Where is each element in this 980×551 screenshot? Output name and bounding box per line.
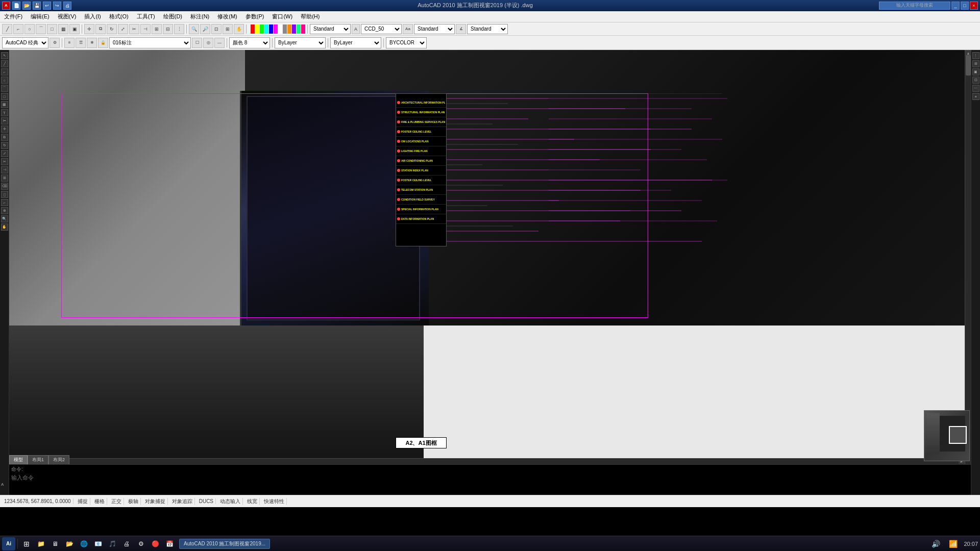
arc-icon[interactable]: ⌒ [1,85,8,92]
lw-status[interactable]: 线宽 [245,498,260,505]
zoom-in-tool[interactable]: 🔍 [189,24,199,34]
annotate-style-dropdown[interactable]: Standard [310,24,351,34]
line-tool[interactable]: ╱ [2,24,12,34]
layout1-tab[interactable]: 布局1 [28,455,48,464]
layer-color-icon[interactable]: ◎ [203,38,213,48]
circle-tool[interactable]: ○ [24,24,35,34]
explode-icon[interactable]: ⊕ [1,207,8,214]
layer-properties-icon[interactable]: ☰ [76,38,86,48]
taskbar-settings[interactable]: ⚙ [134,537,148,550]
hatch-icon[interactable]: ▦ [1,101,8,108]
hatch-tool[interactable]: ▦ [58,24,68,34]
standard2-dropdown[interactable]: Standard [467,24,508,34]
menu-tools[interactable]: 工具(T) [135,12,157,21]
rotate-icon[interactable]: ↻ [1,142,8,149]
move-tool[interactable]: ✛ [84,24,94,34]
layer-freeze-icon[interactable]: ❄ [87,38,97,48]
menu-help[interactable]: 帮助(H) [299,12,322,21]
copy-icon[interactable]: ⧉ [1,134,8,141]
taskbar-file-mgr[interactable]: 📂 [63,537,76,550]
menu-param[interactable]: 参数(P) [243,12,266,21]
linetype-dropdown[interactable]: ByLayer [275,37,326,48]
maximize-button[interactable]: □ [961,2,969,10]
taskbar-ie[interactable]: 🖥 [48,537,62,550]
minimap[interactable] [924,410,970,461]
polyline-tool[interactable]: ⌐ [13,24,23,34]
ducs-status[interactable]: DUCS [197,498,216,504]
menu-view[interactable]: 视图(V) [56,12,79,21]
zoom-window-tool[interactable]: ⊞ [223,24,233,34]
dimstyle-icon[interactable]: ∡ [456,24,466,34]
ortho-status[interactable]: 正交 [109,498,124,505]
text-height-icon[interactable]: Aa [403,24,413,34]
circle-icon[interactable]: ○ [1,77,8,84]
taskbar-email[interactable]: 📧 [91,537,105,550]
layer-dropdown[interactable]: 016标注 [109,37,191,48]
qp-status[interactable]: 快速特性 [262,498,287,505]
otrack-status[interactable]: 对象追踪 [170,498,195,505]
horizontal-scrollbar[interactable]: ◄ ► [9,458,965,464]
taskbar-media[interactable]: 🎵 [106,537,119,550]
minimize-button[interactable]: _ [951,2,960,10]
line-icon[interactable]: ╱ [1,60,8,67]
right-tool-3[interactable]: ▣ [972,68,979,76]
taskbar-explorer[interactable]: 📁 [34,537,47,550]
offset-tool[interactable]: ⊞ [152,24,162,34]
right-tool-2[interactable]: ⊞ [972,60,979,67]
trim-icon[interactable]: ✂ [1,158,8,165]
fillet-icon[interactable]: ⌐ [1,199,8,206]
open-button[interactable]: 📂 [22,2,31,10]
search-box[interactable]: 输入天猫字母搜索 [879,2,950,10]
right-tool-4[interactable]: ⊡ [972,77,979,84]
right-tool-5[interactable]: ⋯ [972,85,979,92]
layer-linetype-icon[interactable]: — [214,38,225,48]
offset-icon[interactable]: ⊞ [1,174,8,182]
select-tool[interactable]: ↖ [1,52,8,59]
layout2-tab[interactable]: 布局2 [48,455,69,464]
undo-button[interactable]: ↩ [43,2,51,10]
taskbar-calendar[interactable]: 📅 [163,537,176,550]
right-tool-1[interactable]: ⋮ [972,52,979,59]
taskbar-antivirus[interactable]: 🔴 [149,537,162,550]
new-button[interactable]: 📄 [12,2,20,10]
dyn-status[interactable]: 动态输入 [218,498,243,505]
close-button[interactable]: × [970,2,978,10]
menu-window[interactable]: 窗口(W) [270,12,295,21]
osnap-status[interactable]: 对象捕捉 [143,498,168,505]
layer-manager-icon[interactable]: ≡ [64,38,75,48]
color-dropdown[interactable]: 颜色 8 [229,37,270,48]
start-button[interactable]: Ai [2,537,15,550]
lineweight-dropdown[interactable]: ByLayer [330,37,381,48]
network-icon[interactable]: 📶 [946,537,960,550]
snap-status[interactable]: 捕捉 [76,498,90,505]
zoom-icon[interactable]: 🔍 [1,215,8,222]
array-tool[interactable]: ⋮ [174,24,184,34]
text-style-dropdown[interactable]: Standard [414,24,455,34]
command-input[interactable] [11,474,969,481]
model-tab[interactable]: 模型 [9,455,28,464]
erase-icon[interactable]: ⌫ [1,183,8,190]
rotate-tool[interactable]: ↻ [107,24,117,34]
polyline-icon[interactable]: ⌐ [1,68,8,76]
layer-lock-icon[interactable]: 🔒 [98,38,108,48]
redo-button[interactable]: ↪ [53,2,61,10]
extend-tool[interactable]: ⊣ [140,24,151,34]
menu-draw[interactable]: 绘图(D) [161,12,184,21]
menu-modify[interactable]: 修改(M) [215,12,239,21]
print-button[interactable]: 🖨 [63,2,71,10]
grid-status[interactable]: 栅格 [92,498,107,505]
dim-icon[interactable]: ⊢ [1,117,8,124]
active-window-button[interactable]: AutoCAD 2010 施工制图视窗2019... [179,539,270,549]
workspace-dropdown[interactable]: AutoCAD 经典 [2,37,48,48]
menu-insert[interactable]: 插入(I) [82,12,103,21]
annotate-icon[interactable]: A [352,24,360,34]
text-tool-bottom[interactable]: A [1,482,4,487]
ccd-dropdown[interactable]: CCD_50 [361,24,402,34]
mirror-tool[interactable]: ⊟ [163,24,173,34]
copy-tool[interactable]: ⧉ [95,24,106,34]
main-canvas-area[interactable]: ARCHITECTURAL INFORMATION PLAN STRUCTURA… [0,50,980,507]
volume-icon[interactable]: 🔊 [929,537,942,550]
menu-format[interactable]: 格式(O) [107,12,131,21]
plotstyle-dropdown[interactable]: BYCOLOR [386,37,427,48]
trim-tool[interactable]: ✂ [129,24,139,34]
